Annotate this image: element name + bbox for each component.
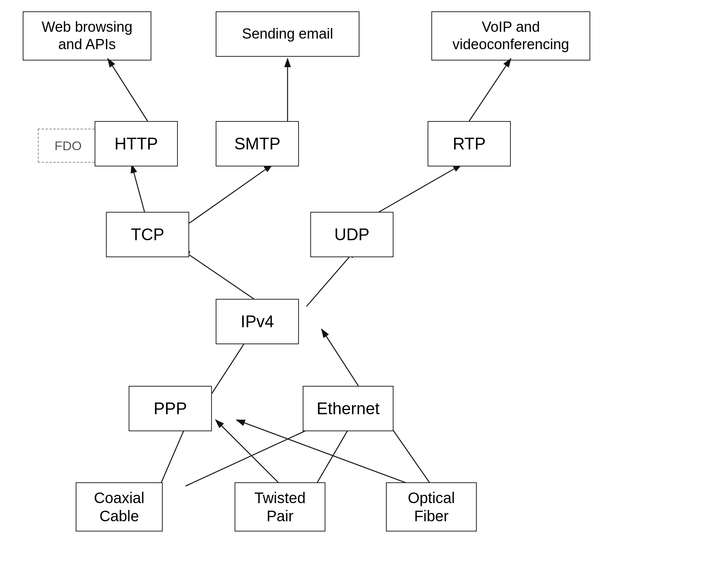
tcp-node: TCP — [106, 212, 189, 257]
twisted-node: Twisted Pair — [235, 482, 325, 531]
svg-line-11 — [322, 329, 363, 393]
svg-line-2 — [108, 59, 148, 121]
http-node: HTTP — [95, 121, 178, 166]
optical-node: Optical Fiber — [386, 482, 477, 531]
ppp-node: PPP — [129, 386, 212, 431]
web-browsing-label: Web browsing and APIs — [23, 11, 151, 61]
smtp-node: SMTP — [216, 121, 299, 166]
svg-line-8 — [182, 250, 265, 306]
rtp-node: RTP — [428, 121, 511, 166]
svg-line-9 — [306, 250, 356, 306]
network-diagram: Web browsing and APIs Sending email VoIP… — [0, 0, 728, 575]
ipv4-node: IPv4 — [216, 299, 299, 344]
svg-line-4 — [469, 59, 511, 121]
svg-line-6 — [189, 165, 272, 223]
udp-node: UDP — [310, 212, 394, 257]
ethernet-node: Ethernet — [303, 386, 394, 431]
coaxial-node: Coaxial Cable — [76, 482, 163, 531]
sending-email-label: Sending email — [216, 11, 359, 57]
fdo-node: FDO — [38, 129, 98, 163]
voip-label: VoIP and videoconferencing — [431, 11, 590, 61]
svg-line-14 — [216, 420, 284, 488]
